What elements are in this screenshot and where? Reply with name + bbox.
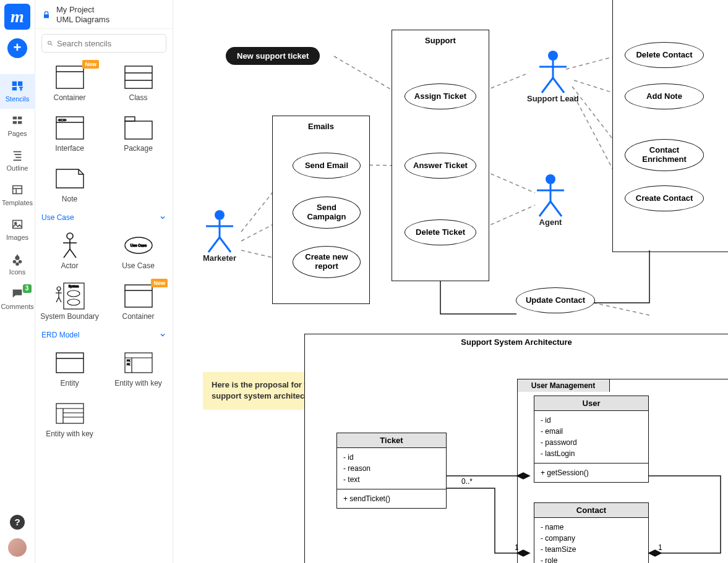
rail-item-comments[interactable]: 3 Comments bbox=[0, 282, 35, 316]
class-ticket[interactable]: Ticket - id - reason - text + sendTicket… bbox=[336, 433, 447, 509]
actor-label: Agent bbox=[539, 218, 562, 227]
app-logo[interactable]: m bbox=[4, 4, 30, 30]
svg-point-33 bbox=[67, 233, 73, 239]
actor-marketer[interactable]: Marketer bbox=[201, 209, 238, 263]
rail-label: Outline bbox=[7, 164, 28, 172]
multiplicity: 1 bbox=[658, 544, 662, 551]
oval-delete-contact[interactable]: Delete Contact bbox=[625, 42, 704, 68]
svg-rect-4 bbox=[13, 117, 17, 120]
svg-line-37 bbox=[70, 249, 76, 258]
class-user[interactable]: User - id - email - password - lastLogin… bbox=[534, 396, 649, 483]
class-name: User bbox=[534, 396, 648, 411]
help-button[interactable]: ? bbox=[10, 515, 25, 530]
svg-rect-23 bbox=[56, 66, 84, 88]
new-tag: New bbox=[151, 279, 168, 287]
lock-icon bbox=[41, 10, 51, 20]
section-label: Use Case bbox=[41, 213, 74, 222]
rail-item-templates[interactable]: Templates bbox=[0, 178, 35, 213]
stencil-label: Interface bbox=[55, 144, 84, 153]
svg-text:T: T bbox=[20, 86, 23, 91]
stencil-class[interactable]: Class bbox=[104, 57, 173, 108]
stencil-actor[interactable]: Actor bbox=[35, 226, 104, 276]
new-tag: New bbox=[82, 60, 99, 69]
oval-assign-ticket[interactable]: Assign Ticket bbox=[405, 83, 476, 109]
stencil-label: Actor bbox=[61, 261, 78, 270]
rail-label: Icons bbox=[9, 268, 25, 276]
stencil-system-boundary[interactable]: System System Boundary bbox=[35, 276, 104, 327]
stencil-label: Use Case bbox=[122, 261, 155, 270]
rail-item-icons[interactable]: Icons bbox=[0, 247, 35, 282]
stencil-entity-key-2[interactable]: Entity with key bbox=[35, 394, 104, 444]
stencil-label: Package bbox=[124, 144, 153, 153]
system-title: Emails bbox=[273, 116, 369, 133]
svg-line-79 bbox=[208, 237, 220, 252]
svg-point-42 bbox=[67, 290, 80, 297]
stencil-container[interactable]: New Container bbox=[35, 57, 104, 108]
oval-delete-ticket[interactable]: Delete Ticket bbox=[405, 219, 476, 245]
svg-rect-12 bbox=[13, 186, 22, 194]
class-contact[interactable]: Contact - name - company - teamSize - ro… bbox=[534, 502, 649, 563]
actor-agent[interactable]: Agent bbox=[532, 173, 569, 227]
rail-item-outline[interactable]: Outline bbox=[0, 143, 35, 178]
left-rail: m + T Stencils Pages Outline Templates I… bbox=[0, 0, 35, 563]
svg-point-43 bbox=[67, 299, 80, 305]
oval-create-contact[interactable]: Create Contact bbox=[625, 185, 704, 211]
class-ops: + getSession() bbox=[534, 464, 648, 482]
svg-line-36 bbox=[64, 249, 70, 258]
actor-label: Support Lead bbox=[527, 94, 579, 104]
stencil-container-2[interactable]: New Container bbox=[104, 276, 173, 327]
add-button[interactable]: + bbox=[7, 38, 27, 58]
comment-pill[interactable]: New support ticket bbox=[226, 47, 320, 65]
svg-rect-7 bbox=[18, 121, 22, 124]
stencil-note[interactable]: Note bbox=[35, 159, 104, 210]
rail-item-images[interactable]: Images bbox=[0, 213, 35, 247]
comments-badge: 3 bbox=[23, 284, 32, 293]
search-field[interactable] bbox=[41, 34, 166, 53]
svg-rect-5 bbox=[18, 117, 22, 120]
system-right[interactable] bbox=[612, 0, 728, 252]
rail-label: Stencils bbox=[6, 95, 30, 103]
rail-label: Comments bbox=[1, 303, 33, 310]
svg-text:System: System bbox=[68, 284, 79, 288]
frame-title: Support System Architecture bbox=[305, 334, 728, 350]
svg-rect-2 bbox=[12, 87, 17, 91]
comments-icon bbox=[11, 287, 24, 300]
svg-text:PK: PK bbox=[127, 359, 131, 362]
svg-text:<<  >>: << >> bbox=[58, 118, 66, 122]
actor-support-lead[interactable]: Support Lead bbox=[527, 49, 579, 104]
svg-text:Use Case: Use Case bbox=[130, 243, 147, 247]
class-ops: + sendTicket() bbox=[337, 489, 446, 508]
stencil-label: Entity with key bbox=[46, 430, 93, 438]
oval-create-report[interactable]: Create new report bbox=[293, 246, 361, 278]
svg-point-18 bbox=[19, 260, 22, 264]
oval-answer-ticket[interactable]: Answer Ticket bbox=[405, 153, 476, 179]
section-use-case[interactable]: Use Case bbox=[35, 210, 173, 226]
canvas[interactable]: New support ticket Marketer Support Lead… bbox=[173, 0, 728, 563]
stencil-label: Container bbox=[122, 312, 154, 321]
stencil-package[interactable]: Package bbox=[104, 108, 173, 159]
svg-point-81 bbox=[548, 51, 558, 61]
stencil-usecase[interactable]: Use Case Use Case bbox=[104, 226, 173, 276]
stencil-entity[interactable]: Entity bbox=[35, 343, 104, 394]
user-avatar[interactable] bbox=[8, 538, 27, 557]
section-erd[interactable]: ERD Model bbox=[35, 327, 173, 343]
multiplicity: 1 bbox=[515, 544, 519, 551]
stencil-list[interactable]: New Container Class << >> Interface Pack… bbox=[35, 57, 173, 563]
oval-send-campaign[interactable]: Send Campaign bbox=[293, 197, 361, 229]
svg-point-76 bbox=[215, 210, 225, 220]
oval-contact-enrichment[interactable]: Contact Enrichment bbox=[625, 139, 704, 171]
rail-item-pages[interactable]: Pages bbox=[0, 109, 35, 143]
oval-add-note[interactable]: Add Note bbox=[625, 83, 704, 109]
stencil-label: Note bbox=[62, 195, 77, 203]
project-sub: UML Diagrams bbox=[56, 15, 109, 25]
project-breadcrumb[interactable]: My Project UML Diagrams bbox=[35, 0, 173, 29]
rail-item-stencils[interactable]: T Stencils bbox=[0, 74, 35, 109]
search-input[interactable] bbox=[57, 39, 161, 48]
oval-send-email[interactable]: Send Email bbox=[293, 153, 361, 179]
svg-line-90 bbox=[550, 201, 562, 216]
svg-line-89 bbox=[539, 201, 550, 216]
stencil-interface[interactable]: << >> Interface bbox=[35, 108, 104, 159]
oval-update-contact[interactable]: Update Contact bbox=[516, 287, 595, 313]
class-attrs: - name - company - teamSize - role bbox=[534, 518, 648, 563]
stencil-entity-key[interactable]: PKFK Entity with key bbox=[104, 343, 173, 394]
